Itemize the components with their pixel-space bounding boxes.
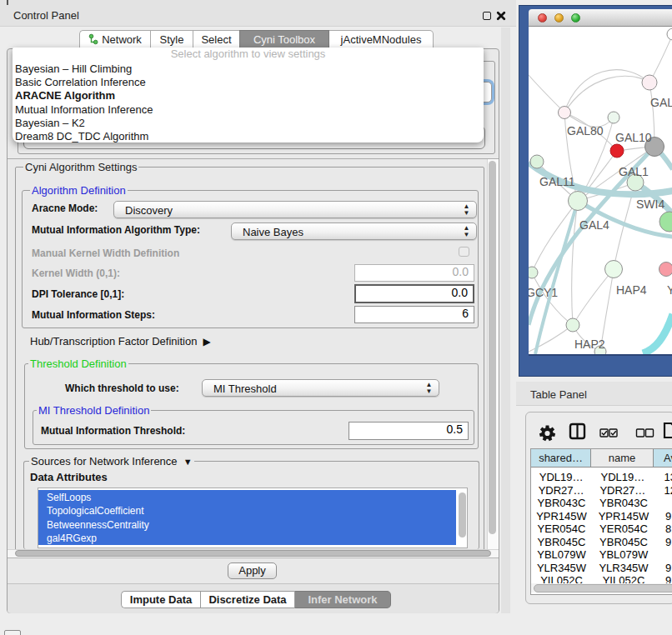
svg-text:HAP4: HAP4 <box>616 283 647 297</box>
svg-text:GAL7: GAL7 <box>650 96 672 109</box>
svg-text:HAP2: HAP2 <box>574 338 605 351</box>
svg-text:GAL11: GAL11 <box>539 175 575 188</box>
svg-text:GAL1: GAL1 <box>619 165 649 178</box>
svg-text:GAL10: GAL10 <box>615 131 652 144</box>
svg-text:GAL80: GAL80 <box>567 124 604 138</box>
svg-text:GCY1: GCY1 <box>529 286 558 299</box>
svg-text:YB: YB <box>667 283 672 297</box>
svg-text:SWI4: SWI4 <box>636 198 664 211</box>
svg-text:GAL4: GAL4 <box>579 218 609 232</box>
